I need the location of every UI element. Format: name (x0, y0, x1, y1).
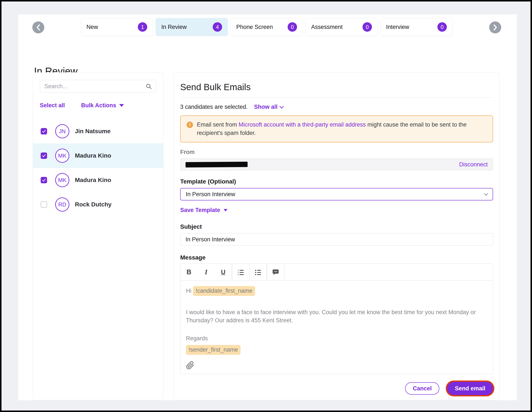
check-icon (42, 129, 46, 133)
main-card: New1In Review4Phone Screen0Assessment0In… (18, 14, 517, 400)
candidate-checkbox[interactable] (41, 128, 47, 135)
toolbar-divider (284, 264, 285, 280)
search-icon (145, 83, 152, 89)
bold-icon[interactable]: B (180, 264, 198, 280)
pipeline-tab-in-review[interactable]: In Review4 (156, 18, 228, 36)
svg-text:1: 1 (238, 269, 239, 271)
pipeline-tab-new[interactable]: New1 (81, 18, 153, 36)
show-all-link[interactable]: Show all (254, 104, 283, 110)
chevron-left-icon (36, 24, 41, 31)
warning-icon: ! (187, 122, 193, 128)
sender-line: !sender_first_name (186, 345, 487, 355)
tab-label: Interview (386, 24, 409, 30)
pipeline-tab-assessment[interactable]: Assessment0 (305, 18, 378, 36)
chevron-down-icon (279, 104, 284, 108)
pipeline-tab-phone-screen[interactable]: Phone Screen0 (230, 18, 303, 36)
candidate-row[interactable]: RDRock Dutchy (33, 192, 163, 217)
subject-label: Subject (180, 223, 493, 230)
candidate-list: JNJin NatsumeMKMadura KinoMKMadura KinoR… (33, 119, 163, 217)
candidate-checkbox[interactable] (41, 201, 47, 208)
editor-toolbar: B I U 123 (180, 264, 493, 281)
blank-line (186, 325, 487, 334)
message-label: Message (180, 254, 493, 261)
underline-icon[interactable]: U (215, 264, 232, 280)
save-template-dropdown[interactable]: Save Template (180, 207, 493, 214)
candidate-row[interactable]: MKMadura Kino (33, 144, 163, 168)
tab-count-badge: 0 (437, 22, 447, 32)
cancel-button[interactable]: Cancel (405, 382, 439, 395)
template-label: Template (Optional) (180, 178, 493, 185)
warning-text-pre: Email sent from (197, 121, 239, 128)
page-background: New1In Review4Phone Screen0Assessment0In… (1, 1, 531, 411)
greeting-line: Hi !candidate_first_name (186, 286, 487, 296)
avatar: MK (55, 173, 69, 187)
message-body[interactable]: Hi !candidate_first_name I would like to… (180, 281, 493, 374)
subject-input[interactable] (180, 233, 493, 246)
comment-bubble-icon[interactable] (267, 264, 284, 280)
attachment-paperclip-icon[interactable] (186, 361, 195, 370)
search-input[interactable]: Search... (40, 80, 156, 93)
blank-line (186, 296, 487, 308)
check-icon (42, 178, 46, 182)
candidate-name: Jin Natsume (75, 128, 111, 135)
tab-count-badge: 1 (138, 22, 147, 32)
candidate-list-header: Search... Select all Bulk Actions (33, 73, 163, 109)
candidate-checkbox[interactable] (41, 152, 47, 159)
selection-count-text: 3 candidates are selected. (180, 104, 247, 110)
bulk-actions-dropdown[interactable]: Bulk Actions (81, 102, 124, 109)
from-field: Disconnect (180, 158, 493, 170)
candidate-row[interactable]: JNJin Natsume (33, 119, 163, 144)
from-label: From (180, 149, 493, 156)
select-all-link[interactable]: Select all (40, 102, 65, 109)
template-select[interactable]: In Person Interview (180, 188, 493, 200)
chevron-right-icon (493, 24, 498, 31)
closing-line: Regards (186, 334, 487, 343)
tab-label: New (86, 24, 98, 30)
triangle-down-icon (119, 104, 124, 107)
warning-text: Email sent from Microsoft account with a… (197, 121, 475, 137)
bulk-actions-label: Bulk Actions (81, 102, 116, 109)
send-email-button[interactable]: Send email (447, 382, 493, 395)
avatar: JN (55, 124, 69, 138)
disconnect-link[interactable]: Disconnect (459, 161, 488, 168)
warning-link[interactable]: Microsoft account with a third-party ema… (239, 121, 366, 128)
candidate-name: Rock Dutchy (75, 201, 112, 208)
bullet-list-icon[interactable] (249, 264, 267, 280)
template-selected-value: In Person Interview (186, 191, 235, 198)
search-placeholder: Search... (44, 83, 145, 90)
save-template-label: Save Template (180, 207, 220, 214)
svg-text:3: 3 (238, 274, 239, 275)
candidate-row[interactable]: MKMadura Kino (33, 168, 163, 192)
chevron-down-icon (484, 191, 488, 196)
tab-label: In Review (161, 24, 187, 30)
selection-summary-row: 3 candidates are selected. Show all (180, 104, 493, 110)
svg-text:2: 2 (238, 271, 239, 274)
send-bulk-emails-panel: Send Bulk Emails 3 candidates are select… (173, 72, 500, 400)
candidate-name: Madura Kino (75, 152, 111, 159)
candidate-checkbox[interactable] (41, 177, 47, 183)
tab-count-badge: 0 (362, 22, 372, 32)
spam-warning-banner: ! Email sent from Microsoft account with… (180, 115, 493, 142)
candidate-list-panel: Search... Select all Bulk Actions JNJin … (33, 72, 163, 400)
list-actions: Select all Bulk Actions (40, 102, 156, 109)
ordered-list-icon[interactable]: 123 (232, 264, 249, 280)
pipeline-next-button[interactable] (489, 21, 501, 33)
pipeline-tabs: New1In Review4Phone Screen0Assessment0In… (81, 18, 453, 36)
candidate-name: Madura Kino (75, 177, 111, 184)
check-icon (42, 154, 46, 158)
avatar: RD (55, 197, 69, 212)
sender-first-name-token: !sender_first_name (186, 345, 240, 355)
action-buttons-row: Cancel Send email (180, 382, 493, 395)
triangle-down-icon (224, 209, 228, 211)
redacted-email (186, 162, 247, 167)
pipeline-prev-button[interactable] (32, 21, 44, 33)
tab-count-badge: 4 (213, 22, 222, 32)
greeting-prefix: Hi (186, 288, 193, 294)
pipeline-tab-interview[interactable]: Interview0 (380, 18, 453, 36)
message-editor: B I U 123 (180, 264, 493, 374)
tab-label: Phone Screen (236, 24, 273, 30)
divider (180, 98, 493, 98)
candidate-first-name-token: !candidate_first_name (193, 286, 255, 296)
italic-icon[interactable]: I (198, 264, 215, 280)
tab-label: Assessment (311, 24, 343, 30)
